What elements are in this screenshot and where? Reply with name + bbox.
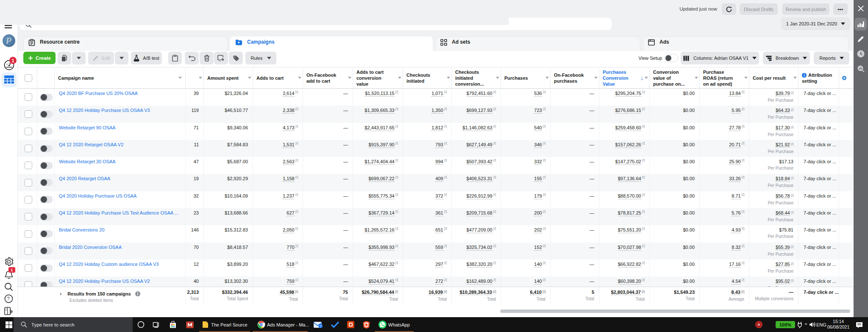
svg-text:7: 7 [320, 324, 322, 328]
svg-text:?: ? [7, 296, 10, 301]
